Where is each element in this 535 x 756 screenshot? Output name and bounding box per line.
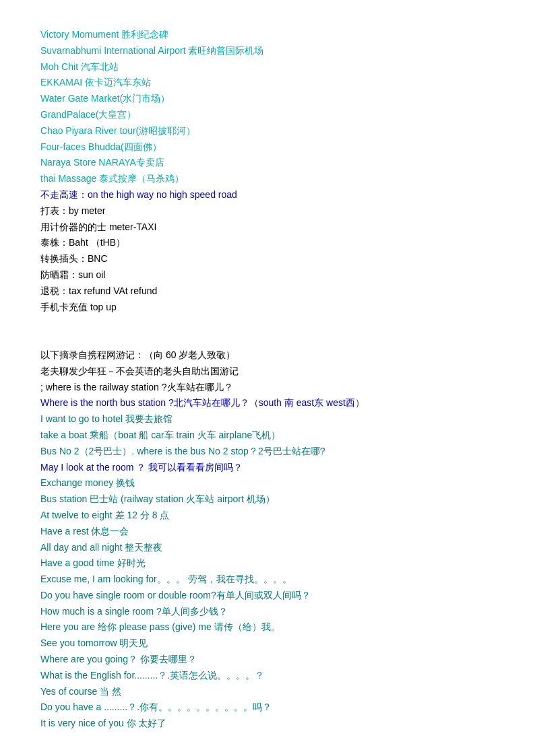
line-text: Where are you going？ 你要去哪里？ bbox=[40, 654, 197, 664]
line-item bbox=[40, 315, 495, 331]
line-text: 转换插头：BNC bbox=[40, 253, 108, 264]
line-text: 老夫聊发少年狂－不会英语的老头自助出国游记 bbox=[40, 366, 239, 376]
line-text: Where is the north bus station ?北汽车站在哪儿？… bbox=[40, 397, 365, 408]
line-text: Bus No 2（2号巴士）. where is the bus No 2 st… bbox=[40, 446, 325, 456]
main-content: Victory Momument 胜利纪念碑Suvarnabhumi Inter… bbox=[40, 27, 495, 732]
line-text: Have a good time 好时光 bbox=[40, 557, 146, 568]
line-item: Have a good time 好时光 bbox=[40, 555, 495, 572]
line-item: All day and all night 整天整夜 bbox=[40, 540, 495, 556]
line-text: 用计价器的的士 meter-TAXI bbox=[40, 221, 156, 232]
line-text: Four-faces Bhudda(四面佛） bbox=[40, 141, 162, 152]
line-text: 泰株：Baht （tHB） bbox=[40, 237, 125, 248]
line-item: Where is the north bus station ?北汽车站在哪儿？… bbox=[40, 395, 495, 411]
line-item: Where are you going？ 你要去哪里？ bbox=[40, 652, 495, 668]
line-item: Here you are 给你 please pass (give) me 请传… bbox=[40, 619, 495, 635]
line-item: Chao Piyara River tour(游昭披耶河） bbox=[40, 123, 495, 139]
line-item: 防晒霜：sun oil bbox=[40, 267, 495, 283]
line-text: Do you have a .........？.你有。。。。。。。。。。吗？ bbox=[40, 701, 272, 712]
line-text: ; where is the railway station ?火车站在哪儿？ bbox=[40, 382, 233, 392]
line-text: 打表：by meter bbox=[40, 205, 105, 216]
line-text: May I look at the room ？ 我可以看看看房间吗？ bbox=[40, 462, 243, 473]
line-item: How much is a single room ?单人间多少钱？ bbox=[40, 604, 495, 620]
line-item: Bus No 2（2号巴士）. where is the bus No 2 st… bbox=[40, 444, 495, 460]
line-item: take a boat 乘船（boat 船 car车 train 火车 airp… bbox=[40, 427, 495, 444]
line-item: 泰株：Baht （tHB） bbox=[40, 235, 495, 251]
line-text: Yes of course 当 然 bbox=[40, 686, 121, 697]
line-text: GrandPalace(大皇宫） bbox=[40, 109, 136, 120]
line-item: 用计价器的的士 meter-TAXI bbox=[40, 219, 495, 236]
line-text: thai Massage 泰式按摩（马杀鸡） bbox=[40, 173, 184, 184]
line-text: Chao Piyara River tour(游昭披耶河） bbox=[40, 125, 195, 136]
line-item: At twelve to eight 差 12 分 8 点 bbox=[40, 508, 495, 524]
line-text: I want to go to hotel 我要去旅馆 bbox=[40, 413, 172, 424]
line-item: Suvarnabhumi International Airport 素旺纳普国… bbox=[40, 43, 495, 59]
line-text: Exchange money 换钱 bbox=[40, 477, 135, 488]
line-item bbox=[40, 331, 495, 347]
line-text: 手机卡充值 top up bbox=[40, 302, 117, 312]
line-item: May I look at the room ？ 我可以看看看房间吗？ bbox=[40, 460, 495, 476]
line-item: What is the English for.........？.英语怎么说。… bbox=[40, 668, 495, 684]
line-text: 防晒霜：sun oil bbox=[40, 269, 105, 280]
line-text: 退税：tax refund VAt refund bbox=[40, 285, 157, 296]
line-item: Bus station 巴士站 (railway station 火车站 air… bbox=[40, 491, 495, 508]
line-text: Water Gate Market(水门市场） bbox=[40, 93, 170, 104]
line-item: 不走高速：on the high way no high speed road bbox=[40, 187, 495, 203]
line-item: Excuse me, I am looking for。。。 劳驾，我在寻找。。… bbox=[40, 572, 495, 588]
line-text: At twelve to eight 差 12 分 8 点 bbox=[40, 510, 169, 520]
line-item: GrandPalace(大皇宫） bbox=[40, 107, 495, 123]
line-text: 不走高速：on the high way no high speed road bbox=[40, 189, 237, 200]
line-text: Do you have single room or double room?有… bbox=[40, 590, 311, 600]
line-item: Four-faces Bhudda(四面佛） bbox=[40, 139, 495, 156]
line-item: 以下摘录自携程网游记：（向 60 岁老人致敬） bbox=[40, 347, 495, 364]
line-item: 退税：tax refund VAt refund bbox=[40, 283, 495, 300]
line-item: See you tomorrow 明天见 bbox=[40, 635, 495, 652]
line-text: Have a rest 休息一会 bbox=[40, 526, 129, 537]
line-item: EKKAMAI 依卡迈汽车东站 bbox=[40, 75, 495, 91]
line-text: Moh Chit 汽车北站 bbox=[40, 61, 119, 72]
line-text: How much is a single room ?单人间多少钱？ bbox=[40, 606, 228, 617]
line-item: thai Massage 泰式按摩（马杀鸡） bbox=[40, 171, 495, 187]
line-item: Moh Chit 汽车北站 bbox=[40, 59, 495, 75]
line-item: Water Gate Market(水门市场） bbox=[40, 91, 495, 107]
line-text: See you tomorrow 明天见 bbox=[40, 638, 148, 648]
line-item: I want to go to hotel 我要去旅馆 bbox=[40, 411, 495, 427]
line-text: All day and all night 整天整夜 bbox=[40, 542, 162, 553]
line-item: Do you have a .........？.你有。。。。。。。。。。吗？ bbox=[40, 699, 495, 716]
line-text: EKKAMAI 依卡迈汽车东站 bbox=[40, 77, 151, 88]
line-text: Excuse me, I am looking for。。。 劳驾，我在寻找。。… bbox=[40, 574, 292, 584]
line-item: It is very nice of you 你 太好了 bbox=[40, 716, 495, 732]
line-item: Yes of course 当 然 bbox=[40, 684, 495, 700]
line-item: ; where is the railway station ?火车站在哪儿？ bbox=[40, 380, 495, 396]
line-text: take a boat 乘船（boat 船 car车 train 火车 airp… bbox=[40, 429, 280, 440]
line-item: 打表：by meter bbox=[40, 203, 495, 219]
line-item: Have a rest 休息一会 bbox=[40, 524, 495, 540]
line-item: 手机卡充值 top up bbox=[40, 300, 495, 316]
line-item: Do you have single room or double room?有… bbox=[40, 588, 495, 604]
line-item: Victory Momument 胜利纪念碑 bbox=[40, 27, 495, 43]
line-text: Naraya Store NARAYA专卖店 bbox=[40, 157, 164, 168]
line-text: 以下摘录自携程网游记：（向 60 岁老人致敬） bbox=[40, 349, 235, 360]
line-item: Exchange money 换钱 bbox=[40, 475, 495, 491]
line-text: What is the English for.........？.英语怎么说。… bbox=[40, 670, 264, 681]
line-item: 老夫聊发少年狂－不会英语的老头自助出国游记 bbox=[40, 364, 495, 380]
line-text: Suvarnabhumi International Airport 素旺纳普国… bbox=[40, 45, 263, 56]
line-item: 转换插头：BNC bbox=[40, 251, 495, 267]
line-text: It is very nice of you 你 太好了 bbox=[40, 718, 167, 728]
line-text: Bus station 巴士站 (railway station 火车站 air… bbox=[40, 493, 275, 504]
line-text: Victory Momument 胜利纪念碑 bbox=[40, 29, 168, 40]
line-text: Here you are 给你 please pass (give) me 请传… bbox=[40, 621, 280, 632]
line-item: Naraya Store NARAYA专卖店 bbox=[40, 155, 495, 171]
